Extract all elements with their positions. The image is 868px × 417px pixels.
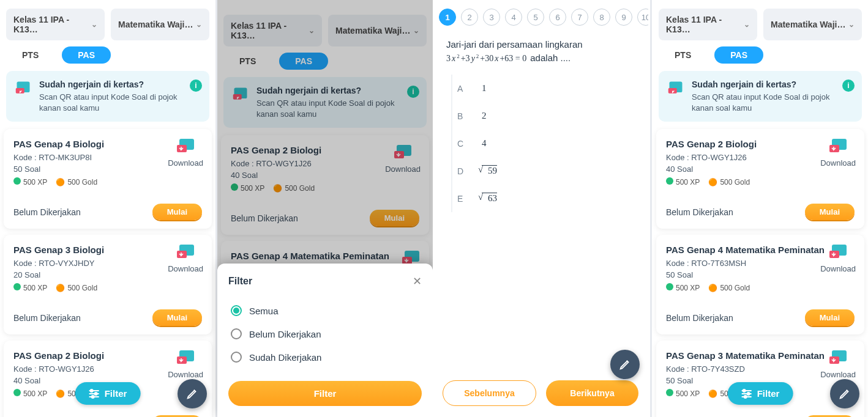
- close-icon[interactable]: ✕: [413, 275, 422, 288]
- xp-icon: [13, 177, 21, 185]
- radio-icon: [231, 352, 242, 363]
- question-number[interactable]: 8: [593, 9, 610, 26]
- notice-subtitle: Scan QR atau input Kode Soal di pojok ka…: [39, 92, 201, 113]
- filter-option-semua[interactable]: Semua: [228, 299, 422, 322]
- chevron-down-icon: ⌄: [744, 20, 750, 29]
- gold-icon: 🟠: [708, 284, 717, 292]
- download-label: Download: [168, 158, 203, 168]
- svg-point-9: [95, 393, 97, 395]
- download-icon[interactable]: [820, 349, 856, 369]
- tab-pts[interactable]: PTS: [6, 46, 54, 64]
- xp-icon: [666, 283, 673, 290]
- chevron-down-icon: ⌄: [196, 20, 202, 29]
- qr-notice[interactable]: Sudah ngerjain di kertas? Scan QR atau i…: [6, 71, 209, 122]
- answer-value: 1: [482, 83, 487, 94]
- gold-icon: 🟠: [56, 284, 65, 292]
- question-number[interactable]: 2: [461, 9, 478, 26]
- filter-button[interactable]: Filter: [75, 382, 141, 405]
- info-icon[interactable]: i: [842, 79, 855, 92]
- tab-pas[interactable]: PAS: [714, 46, 763, 64]
- gold-icon: 🟠: [708, 389, 717, 398]
- download-label: Download: [168, 370, 203, 379]
- soal-card: PAS Genap 4 Matematika PeminatanKode : R…: [656, 235, 864, 334]
- subject-label: Matematika Waji…: [118, 20, 193, 29]
- answer-option[interactable]: A1: [451, 75, 635, 102]
- status-text: Belum Dikerjakan: [13, 313, 81, 323]
- status-text: Belum Dikerjakan: [13, 207, 81, 217]
- class-label: Kelas 11 IPA - K13…: [13, 15, 91, 34]
- answer-label: A: [457, 84, 467, 94]
- answer-option[interactable]: B2: [451, 102, 635, 130]
- xp-icon: [666, 389, 673, 396]
- edit-fab[interactable]: [830, 379, 859, 408]
- subject-dropdown[interactable]: Matematika Waji…⌄: [111, 9, 209, 40]
- tab-pts[interactable]: PTS: [659, 46, 707, 64]
- info-icon[interactable]: i: [190, 79, 202, 92]
- xp-icon: [13, 283, 21, 290]
- edit-fab[interactable]: [178, 379, 207, 408]
- download-icon[interactable]: [168, 138, 203, 157]
- answer-label: B: [457, 111, 467, 121]
- download-label: Download: [168, 264, 203, 273]
- apply-filter-button[interactable]: Filter: [228, 381, 422, 406]
- status-text: Belum Dikerjakan: [666, 313, 733, 323]
- edit-fab[interactable]: [610, 350, 640, 379]
- chevron-down-icon: ⌄: [848, 20, 855, 29]
- mulai-button[interactable]: Mulai: [152, 204, 202, 220]
- tab-pas[interactable]: PAS: [62, 46, 111, 64]
- rewards: 500 XP🟠500 Gold: [13, 283, 202, 292]
- download-icon[interactable]: [168, 243, 203, 263]
- radio-icon: [231, 305, 242, 316]
- filter-option-sudah[interactable]: Sudah Dikerjakan: [228, 345, 422, 369]
- question-number[interactable]: 6: [549, 9, 566, 26]
- download-label: Download: [820, 264, 856, 273]
- mulai-button[interactable]: Mulai: [152, 309, 202, 326]
- soal-card: PAS Genap 4 BiologiKode : RTO-MK3UP8I50 …: [4, 129, 212, 229]
- xp-icon: [666, 177, 673, 185]
- download-label: Download: [820, 158, 856, 168]
- download-icon[interactable]: [168, 349, 203, 369]
- notice-title: Sudah ngerjain di kertas?: [39, 79, 201, 89]
- screen-list-2: Kelas 11 IPA - K13…⌄ Matematika Waji…⌄ P…: [217, 0, 433, 417]
- soal-card: PAS Genap 3 Matematika PeminatanKode : R…: [656, 341, 864, 417]
- answer-label: E: [457, 194, 467, 204]
- gold-icon: 🟠: [56, 178, 65, 186]
- question-number[interactable]: 5: [527, 9, 544, 26]
- prev-button[interactable]: Sebelumnya: [443, 380, 536, 406]
- svg-point-26: [747, 393, 750, 395]
- mulai-button[interactable]: Mulai: [805, 309, 855, 326]
- question-number[interactable]: 9: [615, 9, 632, 26]
- filter-label: Filter: [105, 388, 127, 399]
- screen-list-4: Kelas 11 IPA - K13…⌄ Matematika Waji…⌄ P…: [653, 0, 868, 417]
- rewards: 500 XP🟠500 Gold: [666, 283, 855, 292]
- question-number[interactable]: 7: [571, 9, 588, 26]
- question-number[interactable]: 3: [483, 9, 500, 26]
- answer-option[interactable]: E63: [451, 185, 635, 212]
- next-button[interactable]: Berikutnya: [546, 380, 638, 406]
- answer-label: C: [457, 139, 467, 149]
- question-number[interactable]: 4: [505, 9, 522, 26]
- soal-card: PAS Genap 2 BiologiKode : RTO-WGY1J2640 …: [656, 129, 864, 229]
- filter-button[interactable]: Filter: [728, 382, 793, 405]
- question-formula: 3x2 +3y2 +30x +63 = 0 adalah ....: [446, 51, 635, 65]
- answer-option[interactable]: C4: [451, 130, 635, 157]
- subject-dropdown[interactable]: Matematika Waji…⌄: [763, 9, 862, 40]
- qr-notice[interactable]: Sudah ngerjain di kertas?Scan QR atau in…: [659, 71, 862, 122]
- pdf-qr-icon: [15, 79, 32, 97]
- answer-value: 63: [482, 193, 497, 204]
- question-number[interactable]: 1: [439, 9, 456, 26]
- class-dropdown[interactable]: Kelas 11 IPA - K13…⌄: [6, 9, 105, 40]
- rewards: 500 XP🟠500 Gold: [13, 177, 202, 186]
- question-number[interactable]: 10: [637, 9, 648, 26]
- screen-question: 123456789101 Jari-jari dari persamaan li…: [433, 0, 648, 417]
- mulai-button[interactable]: Mulai: [805, 204, 855, 220]
- svg-point-10: [92, 396, 94, 398]
- class-dropdown[interactable]: Kelas 11 IPA - K13…⌄: [659, 9, 757, 40]
- answer-option[interactable]: D59: [451, 157, 635, 185]
- chevron-down-icon: ⌄: [91, 20, 97, 29]
- filter-option-belum[interactable]: Belum Dikerjakan: [228, 322, 422, 345]
- download-icon[interactable]: [820, 243, 856, 263]
- download-icon[interactable]: [820, 138, 856, 157]
- soal-card: PAS Genap 3 BiologiKode : RTO-VYXJHDY20 …: [4, 235, 212, 334]
- svg-point-27: [744, 396, 747, 398]
